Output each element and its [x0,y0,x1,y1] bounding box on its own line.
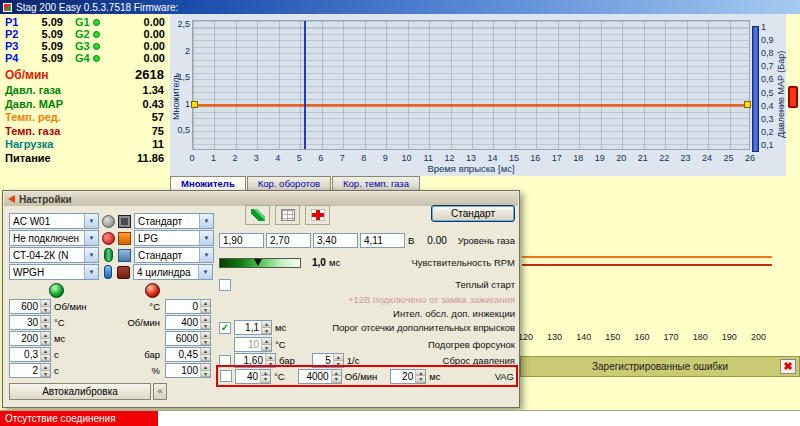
param-left-input[interactable]: 600▴▾ [9,299,51,314]
param-left-unit: с [54,349,59,360]
lower-chart-x-ticks: 120130140150160170180190200 [518,332,766,342]
param-right-input[interactable]: 100▴▾ [165,363,211,378]
slider-marker-icon[interactable] [254,259,262,266]
spinner-arrows-icon[interactable]: ▴▾ [200,300,210,313]
x-tick-label: 3 [246,153,266,163]
table-tool-button[interactable] [275,205,300,225]
autocalibration-button[interactable]: Автокалибровка [9,383,151,400]
param-left-input[interactable]: 200▴▾ [9,331,51,346]
connection-select[interactable]: Не подключен▼ [9,230,99,246]
cutoff-label: Порог отсечки дополнительных впрысков [332,322,515,333]
x-tick-label: 6 [311,153,331,163]
injection-map-select[interactable]: Стандарт▼ [134,247,214,263]
spinner-arrows-icon[interactable]: ▴▾ [200,364,210,377]
reading-row-reducer-temp: Темп. ред.57 [0,111,170,125]
gas-threshold-input[interactable]: 4,11 [360,233,405,248]
gas-channel-label: G1 [75,16,93,28]
vag-time-input[interactable]: 20▴▾ [390,369,426,384]
gas-threshold-input[interactable]: 2,70 [266,233,311,248]
tab-rpm-correction[interactable]: Кор. оборотов [247,176,331,190]
switch-param-row: 0,3▴▾сбар0,45▴▾ [9,347,211,362]
gas-injection-time: 0.00 [103,40,165,52]
cutoff-row: ✓ 1,1▴▾ мс Порог отсечки дополнительных … [219,320,515,335]
settings-dialog-titlebar[interactable]: Настройки [4,192,518,206]
multiplier-line[interactable] [193,104,749,106]
chart-plot-area[interactable] [192,20,750,150]
param-left-input[interactable]: 30▴▾ [9,315,51,330]
lower-x-tick: 140 [576,332,591,342]
cutoff-threshold-input[interactable]: 1,1▴▾ [234,320,272,335]
firstaid-tool-button[interactable] [305,205,330,225]
clear-errors-button[interactable]: ✖ [780,359,796,374]
gas-level-unit: В [408,235,414,246]
map-pressure-indicator[interactable] [752,26,759,152]
param-left-input[interactable]: 2▴▾ [9,363,51,378]
map-tick-label: 0,1 [761,140,774,150]
spinner-arrows-icon[interactable]: ▴▾ [200,316,210,329]
heating-temp-input[interactable]: 10▴▾ [234,337,272,352]
controller-model-select[interactable]: AC W01▼ [9,213,99,229]
y-axis-title-map: Давление MAP (Бар) [776,38,786,150]
fuel-type-select[interactable]: LPG▼ [134,230,214,246]
reducer-select[interactable]: СТ-04-2К (N▼ [9,247,99,263]
gear-icon [102,215,115,228]
heating-label: Подогрев форсунок [428,339,515,350]
gas-threshold-input[interactable]: 3,40 [313,233,358,248]
spinner-arrows-icon[interactable]: ▴▾ [200,348,210,361]
injector-type-select[interactable]: WPGH▼ [9,264,99,280]
map-sensor-value: Стандарт [138,216,199,227]
param-right-unit: Об/мин [127,317,160,328]
tab-multiplier[interactable]: Множитель [170,176,246,190]
param-right-input[interactable]: 0,45▴▾ [165,347,211,362]
injector-tool-button[interactable] [245,205,270,225]
settings-dialog-title: Настройки [19,194,72,205]
cutoff-checkbox[interactable]: ✓ [219,322,231,334]
spinner-arrows-icon[interactable]: ▴▾ [331,370,341,383]
spinner-arrows-icon[interactable]: ▴▾ [40,332,50,345]
vag-temp-input[interactable]: 40▴▾ [235,369,271,384]
warm-start-checkbox[interactable] [219,279,231,291]
spinner-arrows-icon[interactable]: ▴▾ [40,364,50,377]
collapse-handle-icon[interactable]: « [153,383,167,400]
cutoff-unit: мс [275,322,286,333]
spinner-arrows-icon[interactable]: ▴▾ [260,370,270,383]
switch-param-row: 2▴▾с%100▴▾ [9,363,211,378]
vag-rpm-input[interactable]: 4000▴▾ [298,369,342,384]
rpm-sensitivity-slider[interactable] [219,258,301,268]
red-arrow-icon [8,195,15,203]
tab-gas-temp-correction[interactable]: Кор. темп. газа [332,176,420,190]
param-left-input[interactable]: 0,3▴▾ [9,347,51,362]
spinner-arrows-icon[interactable]: ▴▾ [261,321,271,334]
vag-checkbox[interactable] [220,370,232,382]
y-axis-ticks-right: 10,90,80,70,60,50,40,30,20,1 [761,14,776,164]
spinner-arrows-icon[interactable]: ▴▾ [261,338,271,351]
lower-x-tick: 160 [634,332,649,342]
record-indicator[interactable] [788,86,798,108]
y-axis-ticks-left: 2,521,510,5 [170,14,191,164]
multiplier-tick-label: 0,5 [171,125,190,135]
param-right-input[interactable]: 6000▴▾ [165,331,211,346]
chevron-down-icon: ▼ [84,265,98,279]
spinner-arrows-icon[interactable]: ▴▾ [200,332,210,345]
line-node-left[interactable] [191,101,198,108]
param-right-input[interactable]: 0▴▾ [165,299,211,314]
line-node-right[interactable] [744,101,751,108]
param-right-unit: °С [149,301,160,312]
param-left-unit: с [54,365,59,376]
red-x-icon: ✖ [783,361,792,372]
spinner-arrows-icon[interactable]: ▴▾ [40,316,50,329]
petrol-injection-time: 5.09 [25,40,63,52]
injector-row: P15.09G10.00 [0,16,170,28]
spinner-arrows-icon[interactable]: ▴▾ [40,348,50,361]
red-status-led[interactable] [145,283,160,298]
ignition-note-label: +12В подключено от замка зажигания [348,294,515,305]
titlebar[interactable]: Stag 200 Easy 0.5.3.7518 Firmware: [0,0,800,14]
standard-button[interactable]: Стандарт [431,205,515,222]
map-sensor-select[interactable]: Стандарт▼ [134,213,214,229]
green-status-led[interactable] [49,283,64,298]
gas-threshold-input[interactable]: 1,90 [219,233,264,248]
spinner-arrows-icon[interactable]: ▴▾ [415,370,425,383]
spinner-arrows-icon[interactable]: ▴▾ [40,300,50,313]
param-right-input[interactable]: 400▴▾ [165,315,211,330]
cylinders-select[interactable]: 4 цилиндра▼ [133,264,213,280]
